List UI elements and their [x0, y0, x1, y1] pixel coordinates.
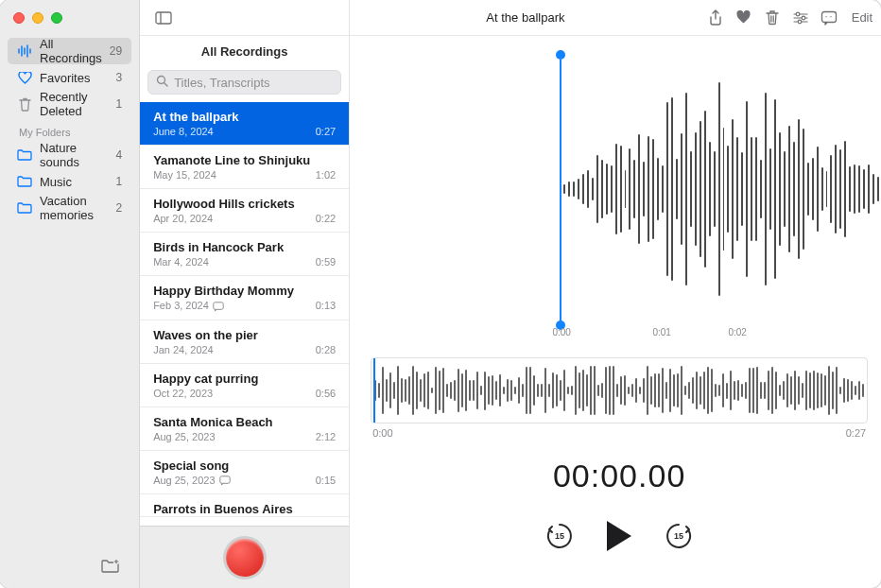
search-input[interactable] [174, 76, 333, 90]
search-field[interactable] [147, 70, 341, 95]
recording-row[interactable]: Special songAug 25, 20230:15 [140, 451, 349, 495]
folder-icon [17, 202, 32, 214]
svg-point-15 [802, 16, 805, 20]
playback-controls: 15 15 [350, 519, 881, 553]
recording-date: Apr 20, 2024 [153, 213, 213, 224]
sidebar-folder-music[interactable]: Music 1 [8, 168, 131, 195]
sidebar-item-recently-deleted[interactable]: Recently Deleted 1 [8, 91, 131, 117]
transcript-icon [219, 476, 231, 486]
waveform-icon [17, 44, 32, 58]
scrub-end-time: 0:27 [846, 427, 866, 439]
delete-button[interactable] [758, 5, 786, 31]
recording-title: Yamanote Line to Shinjuku [153, 153, 336, 167]
recording-date: Feb 3, 2024 [153, 300, 224, 312]
sidebar-item-count: 4 [115, 148, 122, 162]
recording-duration: 0:13 [316, 300, 336, 311]
recordings-list[interactable]: At the ballparkJune 8, 20240:27Yamanote … [140, 102, 349, 526]
search-icon [156, 75, 168, 90]
record-footer [140, 526, 349, 588]
transcript-button[interactable]: "" [815, 5, 843, 31]
recording-duration: 0:56 [316, 388, 336, 399]
recording-duration: 0:15 [316, 475, 336, 486]
recording-title: Happy Birthday Mommy [153, 284, 336, 298]
close-window-button[interactable] [13, 12, 25, 24]
sidebar-item-label: All Recordings [40, 37, 102, 65]
svg-rect-6 [156, 12, 171, 24]
sidebar-item-favorites[interactable]: Favorites 3 [8, 64, 131, 91]
minimize-window-button[interactable] [32, 12, 43, 24]
recording-row[interactable]: Birds in Hancock ParkMar 4, 20240:59 [140, 233, 349, 276]
recording-date: May 15, 2024 [153, 169, 216, 181]
recording-row[interactable]: Happy Birthday MommyFeb 3, 20240:13 [140, 276, 349, 320]
recording-row[interactable]: Waves on the pierJan 24, 20240:28 [140, 320, 349, 364]
app-window: All Recordings 29 Favorites 3 Recently D… [0, 0, 881, 588]
svg-rect-10 [214, 302, 223, 309]
recording-date: June 8, 2024 [153, 126, 214, 137]
scrub-track[interactable] [371, 357, 868, 424]
ruler-tick: 0:00 [552, 327, 570, 337]
sidebar-item-count: 29 [110, 44, 122, 58]
sidebar-item-label: Nature sounds [40, 141, 108, 169]
recording-title: Birds in Hancock Park [153, 240, 336, 254]
sidebar-item-all-recordings[interactable]: All Recordings 29 [8, 38, 131, 64]
heart-icon [17, 72, 32, 84]
recording-duration: 0:28 [316, 344, 336, 355]
recording-row[interactable]: Happy cat purringOct 22, 20230:56 [140, 364, 349, 407]
sidebar-item-label: Music [40, 175, 108, 189]
waveform-zoom-view[interactable]: 0:00 0:01 0:02 [350, 36, 881, 338]
recording-title: Special song [153, 458, 336, 473]
recording-row[interactable]: Parrots in Buenos Aires [140, 494, 349, 517]
new-folder-button[interactable] [101, 559, 120, 578]
sidebar-item-count: 1 [115, 97, 122, 111]
sidebar-list: All Recordings 29 Favorites 3 Recently D… [0, 36, 139, 548]
zoom-window-button[interactable] [51, 12, 62, 24]
play-button[interactable] [607, 521, 631, 551]
share-button[interactable] [701, 5, 730, 31]
recording-duration: 0:59 [316, 256, 336, 268]
recordings-column: All Recordings At the ballparkJune 8, 20… [140, 0, 350, 588]
sidebar-folder-nature-sounds[interactable]: Nature sounds 4 [8, 142, 131, 168]
recording-title: At the ballpark [350, 10, 701, 25]
recording-row[interactable]: At the ballparkJune 8, 20240:27 [140, 102, 349, 146]
sidebar-footer [0, 548, 139, 588]
scrub-start-time: 0:00 [372, 427, 392, 439]
sidebar-item-label: Recently Deleted [40, 90, 108, 118]
sidebar-item-label: Vacation memories [40, 194, 108, 222]
svg-text:": " [830, 14, 832, 20]
sidebar-item-label: Favorites [40, 71, 108, 85]
favorite-button[interactable] [730, 5, 758, 31]
recording-duration: 0:22 [316, 213, 336, 224]
recording-title: Hollywood Hills crickets [153, 197, 336, 211]
recording-row[interactable]: Santa Monica BeachAug 25, 20232:12 [140, 407, 349, 451]
recording-row[interactable]: Yamanote Line to ShinjukuMay 15, 20241:0… [140, 146, 349, 189]
waveform-canvas [563, 62, 881, 316]
playhead[interactable] [373, 358, 375, 423]
svg-rect-11 [219, 476, 229, 484]
svg-point-17 [798, 20, 802, 24]
recording-date: Jan 24, 2024 [153, 344, 214, 355]
sidebar-item-count: 2 [115, 201, 122, 215]
recording-title: Santa Monica Beach [153, 415, 336, 429]
time-ruler: 0:00 0:01 0:02 [350, 327, 881, 338]
recording-date: Aug 25, 2023 [153, 475, 230, 487]
window-controls [0, 0, 139, 36]
skip-seconds-label: 15 [555, 531, 564, 541]
skip-forward-button[interactable]: 15 [662, 519, 696, 553]
toggle-sidebar-button[interactable] [149, 5, 178, 31]
skip-back-button[interactable]: 15 [543, 519, 577, 553]
trim-handle-start[interactable] [560, 55, 561, 325]
sidebar-item-count: 3 [115, 71, 122, 84]
recording-date: Mar 4, 2024 [153, 256, 209, 268]
svg-point-13 [796, 12, 800, 16]
options-button[interactable] [786, 5, 815, 31]
recording-date: Aug 25, 2023 [153, 431, 215, 442]
record-button[interactable] [226, 539, 264, 577]
recording-row[interactable]: Hollywood Hills cricketsApr 20, 20240:22 [140, 189, 349, 233]
detail-pane: At the ballpark "" Edit 0:00 0:01 0:02 [350, 0, 881, 588]
sidebar-folder-vacation-memories[interactable]: Vacation memories 2 [8, 195, 131, 221]
sidebar: All Recordings 29 Favorites 3 Recently D… [0, 0, 140, 588]
edit-button[interactable]: Edit [843, 7, 881, 28]
toolbar-left [140, 0, 349, 36]
recording-title: At the ballpark [153, 110, 336, 124]
svg-line-9 [164, 83, 168, 87]
